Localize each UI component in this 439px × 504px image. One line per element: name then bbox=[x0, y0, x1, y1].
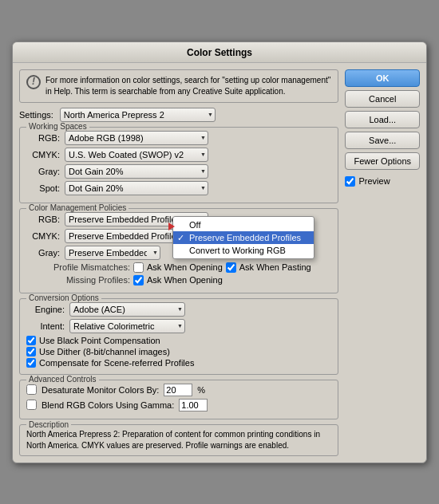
scene-referred-checkbox[interactable] bbox=[26, 358, 36, 368]
ask-opening2-label: Ask When Opening bbox=[147, 275, 223, 285]
percent-label: % bbox=[197, 385, 205, 395]
dropdown-item-convert[interactable]: Convert to Working RGB bbox=[173, 244, 314, 257]
ask-pasting-checkbox[interactable] bbox=[226, 262, 236, 273]
dropdown-item-preserve[interactable]: ✓ Preserve Embedded Profiles bbox=[173, 231, 314, 244]
right-panel: OK Cancel Load... Save... Fewer Options … bbox=[345, 69, 420, 456]
dialog-title: Color Settings bbox=[13, 42, 426, 63]
desaturate-input[interactable] bbox=[164, 384, 192, 396]
arrow-indicator bbox=[168, 222, 175, 230]
cm-rgb-label: RGB: bbox=[26, 215, 60, 224]
ws-cmyk-select[interactable]: U.S. Web Coated (SWOP) v2 bbox=[65, 148, 208, 162]
advanced-section: Advanced Controls Desaturate Monitor Col… bbox=[19, 380, 338, 419]
settings-select[interactable]: North America Prepress 2 bbox=[60, 108, 216, 122]
ws-spot-row: Spot: Dot Gain 20% bbox=[26, 181, 331, 195]
ws-spot-select[interactable]: Dot Gain 20% bbox=[65, 181, 208, 195]
ws-rgb-select-wrapper[interactable]: Adobe RGB (1998) bbox=[65, 131, 208, 145]
dither-checkbox[interactable] bbox=[26, 347, 36, 356]
desaturate-checkbox[interactable] bbox=[26, 384, 37, 395]
missing-profiles-label: Missing Profiles: bbox=[26, 275, 130, 285]
settings-select-wrapper[interactable]: North America Prepress 2 bbox=[60, 108, 216, 122]
black-point-checkbox[interactable] bbox=[26, 336, 36, 345]
black-point-label: Use Black Point Compensation bbox=[39, 336, 160, 345]
cm-gray-select-wrapper[interactable]: Preserve Embedded Profiles bbox=[65, 246, 160, 260]
black-point-row: Use Black Point Compensation bbox=[26, 336, 331, 345]
ws-gray-select-wrapper[interactable]: Dot Gain 20% bbox=[65, 164, 208, 179]
advanced-label: Advanced Controls bbox=[26, 375, 99, 384]
description-label: Description bbox=[26, 419, 71, 431]
settings-label: Settings: bbox=[19, 110, 53, 120]
scene-referred-row: Compensate for Scene-referred Profiles bbox=[26, 358, 331, 368]
ask-pasting-label: Ask When Pasting bbox=[239, 262, 311, 272]
missing-profiles-row: Missing Profiles: Ask When Opening bbox=[26, 275, 331, 285]
cancel-button[interactable]: Cancel bbox=[345, 90, 420, 108]
blend-checkbox[interactable] bbox=[26, 400, 37, 410]
dropdown-item-off[interactable]: Off bbox=[173, 219, 314, 231]
fewer-options-button[interactable]: Fewer Options bbox=[345, 152, 420, 170]
title-text: Color Settings bbox=[187, 47, 252, 58]
ask-opening-checkbox[interactable] bbox=[133, 262, 144, 273]
ws-rgb-select[interactable]: Adobe RGB (1998) bbox=[65, 131, 208, 145]
dither-label: Use Dither (8-bit/channel images) bbox=[39, 347, 170, 356]
checkmark-icon: ✓ bbox=[177, 233, 184, 243]
scene-referred-label: Compensate for Scene-referred Profiles bbox=[39, 358, 194, 368]
ws-gray-select[interactable]: Dot Gain 20% bbox=[65, 164, 208, 179]
ws-spot-label: Spot: bbox=[26, 183, 60, 193]
preview-row: Preview bbox=[345, 176, 420, 187]
intent-row: Intent: Relative Colorimetric bbox=[26, 319, 331, 333]
color-mgmt-label: Color Management Policies bbox=[26, 203, 129, 212]
description-text: North America Prepress 2: Preparation of… bbox=[26, 430, 320, 450]
ok-button[interactable]: OK bbox=[345, 69, 420, 87]
ws-cmyk-select-wrapper[interactable]: U.S. Web Coated (SWOP) v2 bbox=[65, 148, 208, 162]
working-spaces-label: Working Spaces bbox=[26, 122, 89, 131]
ask-opening2-checkbox[interactable] bbox=[133, 275, 144, 285]
ws-gray-label: Gray: bbox=[26, 167, 60, 176]
left-panel: ! For more information on color settings… bbox=[19, 69, 338, 456]
cm-gray-select[interactable]: Preserve Embedded Profiles bbox=[65, 246, 160, 260]
dropdown-item-preserve-label: Preserve Embedded Profiles bbox=[189, 233, 301, 242]
cm-gray-label: Gray: bbox=[26, 248, 60, 258]
ws-gray-row: Gray: Dot Gain 20% bbox=[26, 164, 331, 179]
engine-select-wrapper[interactable]: Adobe (ACE) bbox=[69, 302, 185, 317]
load-button[interactable]: Load... bbox=[345, 111, 420, 128]
info-icon: ! bbox=[26, 75, 41, 89]
cm-cmyk-label: CMYK: bbox=[26, 231, 60, 241]
ws-rgb-label: RGB: bbox=[26, 133, 60, 143]
profile-mismatches-row: Profile Mismatches: Ask When Opening Ask… bbox=[26, 262, 331, 273]
intent-select[interactable]: Relative Colorimetric bbox=[69, 319, 185, 333]
intent-label: Intent: bbox=[26, 321, 65, 331]
preview-checkbox[interactable] bbox=[345, 176, 355, 187]
info-text: For more information on color settings, … bbox=[45, 75, 331, 97]
dropdown-popup: Off ✓ Preserve Embedded Profiles Convert… bbox=[172, 216, 314, 259]
color-settings-dialog: Color Settings ! For more information on… bbox=[12, 41, 427, 463]
ws-cmyk-label: CMYK: bbox=[26, 150, 60, 159]
save-button[interactable]: Save... bbox=[345, 132, 420, 149]
engine-row: Engine: Adobe (ACE) bbox=[26, 302, 331, 317]
intent-select-wrapper[interactable]: Relative Colorimetric bbox=[69, 319, 185, 333]
ws-cmyk-row: CMYK: U.S. Web Coated (SWOP) v2 bbox=[26, 148, 331, 162]
info-box: ! For more information on color settings… bbox=[19, 69, 338, 103]
ws-spot-select-wrapper[interactable]: Dot Gain 20% bbox=[65, 181, 208, 195]
dither-row: Use Dither (8-bit/channel images) bbox=[26, 347, 331, 356]
blend-row: Blend RGB Colors Using Gamma: bbox=[26, 399, 331, 411]
engine-label: Engine: bbox=[26, 305, 65, 314]
working-spaces-section: Working Spaces RGB: Adobe RGB (1998) CMY… bbox=[19, 127, 338, 203]
engine-select[interactable]: Adobe (ACE) bbox=[69, 302, 185, 317]
blend-input[interactable] bbox=[179, 399, 208, 411]
desaturate-label: Desaturate Monitor Colors By: bbox=[42, 385, 159, 395]
settings-row: Settings: North America Prepress 2 bbox=[19, 108, 338, 122]
ws-rgb-row: RGB: Adobe RGB (1998) bbox=[26, 131, 331, 145]
dropdown-item-convert-label: Convert to Working RGB bbox=[189, 246, 286, 255]
dropdown-item-off-label: Off bbox=[189, 220, 200, 230]
desaturate-row: Desaturate Monitor Colors By: % bbox=[26, 384, 331, 396]
ask-opening-label: Ask When Opening bbox=[147, 262, 223, 272]
conversion-label: Conversion Options bbox=[26, 293, 101, 302]
profile-mismatches-label: Profile Mismatches: bbox=[26, 262, 130, 272]
description-box: Description North America Prepress 2: Pr… bbox=[19, 424, 338, 456]
blend-label: Blend RGB Colors Using Gamma: bbox=[42, 400, 174, 410]
preview-label: Preview bbox=[358, 176, 390, 186]
conversion-section: Conversion Options Engine: Adobe (ACE) I… bbox=[19, 298, 338, 375]
